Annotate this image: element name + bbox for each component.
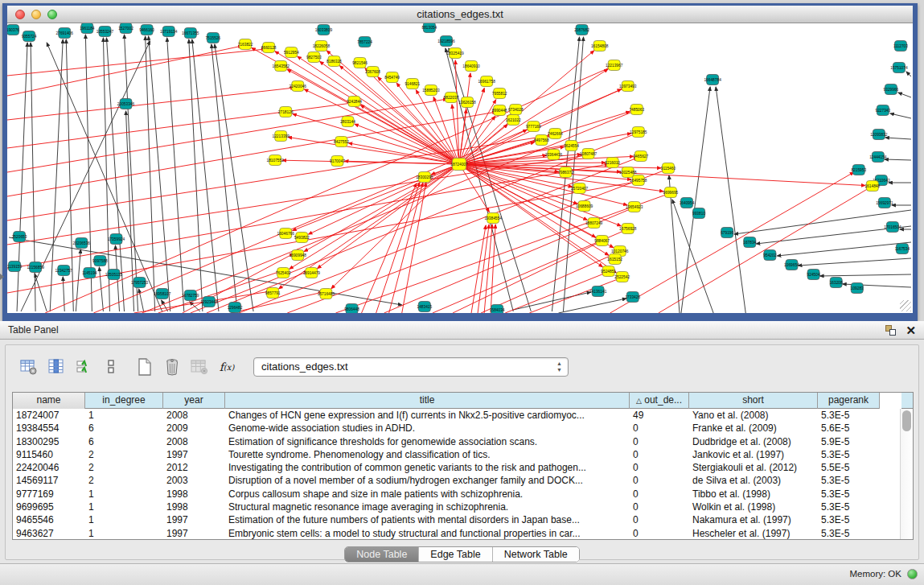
network-node[interactable]: 7857224	[357, 37, 372, 47]
network-node[interactable]: 1733426	[625, 292, 640, 303]
network-node[interactable]: 16648784	[704, 75, 721, 85]
table-cell-in_degree[interactable]: 6	[85, 422, 163, 435]
network-node[interactable]: 16046766	[277, 229, 295, 239]
table-cell-name[interactable]: 14569117	[13, 474, 85, 487]
network-edge-black[interactable]	[734, 210, 911, 234]
network-node[interactable]: 9097588	[92, 256, 108, 266]
network-edge-red[interactable]	[7, 88, 294, 120]
table-cell-out_de[interactable]: 0	[630, 501, 689, 513]
table-row[interactable]: 1830029562008Estimation of significance …	[13, 435, 900, 448]
table-cell-year[interactable]: 1998	[163, 488, 225, 501]
table-cell-name[interactable]: 9465546	[13, 513, 85, 526]
network-node[interactable]: 8660128	[261, 43, 277, 53]
network-edge-red[interactable]	[360, 105, 455, 162]
table-cell-name[interactable]: 18724007	[13, 409, 85, 422]
new-table-icon[interactable]	[133, 356, 157, 378]
network-node[interactable]: 18807249	[585, 218, 603, 229]
network-edge-red[interactable]	[7, 49, 265, 76]
network-edge-black[interactable]	[215, 44, 253, 311]
network-node[interactable]: 12444154	[869, 152, 887, 163]
network-node[interactable]: 7986372	[558, 167, 573, 178]
import-table-icon[interactable]	[187, 356, 211, 378]
table-cell-pagerank[interactable]: 5.3E-5	[818, 448, 880, 461]
network-node[interactable]: 12923448	[200, 297, 218, 307]
table-cell-pagerank[interactable]: 5.3E-5	[818, 513, 880, 526]
tab-network-table[interactable]: Network Table	[493, 547, 579, 562]
network-edge-black[interactable]	[716, 87, 745, 313]
network-node[interactable]: 1296482	[228, 303, 243, 313]
network-edge-red[interactable]	[304, 167, 455, 252]
network-edge-black[interactable]	[211, 44, 237, 311]
network-node[interactable]: 19384554	[484, 213, 502, 224]
network-node[interactable]: 9821546	[352, 58, 368, 68]
table-cell-short[interactable]: de Silva et al. (2003)	[689, 474, 818, 487]
table-row[interactable]: 977716911998Corpus callosum shape and si…	[13, 488, 900, 501]
network-node[interactable]: 12213399	[273, 131, 290, 142]
select-rows-icon[interactable]	[72, 356, 96, 378]
table-cell-out_de[interactable]: 0	[630, 448, 689, 461]
table-cell-name[interactable]: 9777169	[13, 488, 85, 501]
network-node[interactable]: 19654923	[626, 202, 643, 212]
network-node[interactable]: 15692971	[876, 198, 893, 208]
delete-table-icon[interactable]	[160, 356, 184, 378]
network-node[interactable]: 10688609	[576, 201, 593, 212]
network-node[interactable]: 16154808	[591, 41, 609, 51]
table-cell-in_degree[interactable]: 2	[85, 448, 163, 461]
table-cell-title[interactable]: Structural magnetic resonance image aver…	[225, 501, 630, 513]
network-node[interactable]: 13626158	[458, 97, 476, 108]
network-node[interactable]: 109283	[851, 283, 864, 294]
network-node[interactable]: 2718126	[278, 107, 294, 117]
network-node[interactable]: 9827503	[306, 52, 322, 63]
float-panel-icon[interactable]	[885, 325, 896, 336]
network-edge-red[interactable]	[463, 89, 621, 163]
table-row[interactable]: 1938455462009Genome-wide association stu…	[13, 422, 900, 435]
network-node[interactable]: 1961184	[80, 23, 95, 34]
network-edge-red[interactable]	[304, 89, 454, 162]
table-cell-out_de[interactable]: 0	[630, 474, 689, 487]
table-vertical-scrollbar[interactable]	[900, 409, 913, 539]
network-node[interactable]: 17016504	[884, 222, 901, 233]
network-edge-red[interactable]	[288, 137, 454, 163]
network-canvas[interactable]: 9055724276914061961184105532471527002946…	[7, 23, 913, 313]
network-edge-red[interactable]	[142, 111, 634, 313]
network-edge-black[interactable]	[167, 38, 184, 311]
network-edge-red[interactable]	[293, 114, 454, 163]
network-node[interactable]: 17957253	[131, 278, 149, 288]
network-node[interactable]: 16909948	[290, 250, 307, 261]
network-node[interactable]: 12213967	[606, 60, 623, 71]
network-node[interactable]: 8813054	[422, 23, 437, 33]
network-node[interactable]: 9329966	[884, 84, 899, 95]
table-cell-year[interactable]: 2008	[163, 435, 225, 448]
network-node[interactable]: 1527002	[118, 23, 133, 34]
network-node[interactable]: 22420046	[290, 81, 307, 92]
table-cell-title[interactable]: Changes of HCN gene expression and I(f) …	[225, 409, 630, 422]
table-cell-year[interactable]: 2012	[163, 461, 225, 474]
network-node[interactable]: 13505135	[105, 270, 123, 280]
table-cell-out_de[interactable]: 0	[630, 461, 689, 474]
network-node[interactable]: 1167534	[895, 244, 910, 254]
network-edge-red[interactable]	[7, 164, 609, 269]
network-node[interactable]: 20206536	[73, 238, 91, 249]
network-node[interactable]: 9466160	[139, 25, 154, 35]
panel-collapse-arrow[interactable]	[0, 274, 4, 280]
network-node[interactable]: 16671355	[182, 28, 199, 39]
table-cell-year[interactable]: 2008	[163, 409, 225, 422]
network-node[interactable]: 2087682	[574, 25, 589, 35]
network-node[interactable]: 18325419	[446, 48, 464, 59]
table-cell-title[interactable]: Corpus callosum shape and size in male p…	[225, 488, 630, 501]
network-node[interactable]: 9170047	[330, 156, 345, 167]
table-cell-out_de[interactable]: 0	[630, 422, 689, 435]
network-node[interactable]: 5493822	[294, 233, 310, 243]
network-edge-red[interactable]	[7, 99, 447, 172]
network-node[interactable]: 10973493	[619, 81, 637, 92]
table-cell-pagerank[interactable]: 5.3E-5	[818, 474, 880, 487]
column-header-title[interactable]: title	[225, 393, 630, 409]
network-node[interactable]: 1139159	[7, 262, 23, 272]
table-cell-pagerank[interactable]: 5.9E-5	[818, 435, 880, 448]
table-cell-in_degree[interactable]: 1	[85, 513, 163, 526]
table-selector-combobox[interactable]: citations_edges.txt ▲▼	[253, 357, 569, 377]
column-header-name[interactable]: name	[13, 393, 85, 409]
network-node[interactable]: 6216010	[605, 158, 620, 168]
table-cell-pagerank[interactable]: 5.5E-5	[818, 461, 880, 474]
table-cell-short[interactable]: Dudbridge et al. (2008)	[689, 435, 818, 448]
